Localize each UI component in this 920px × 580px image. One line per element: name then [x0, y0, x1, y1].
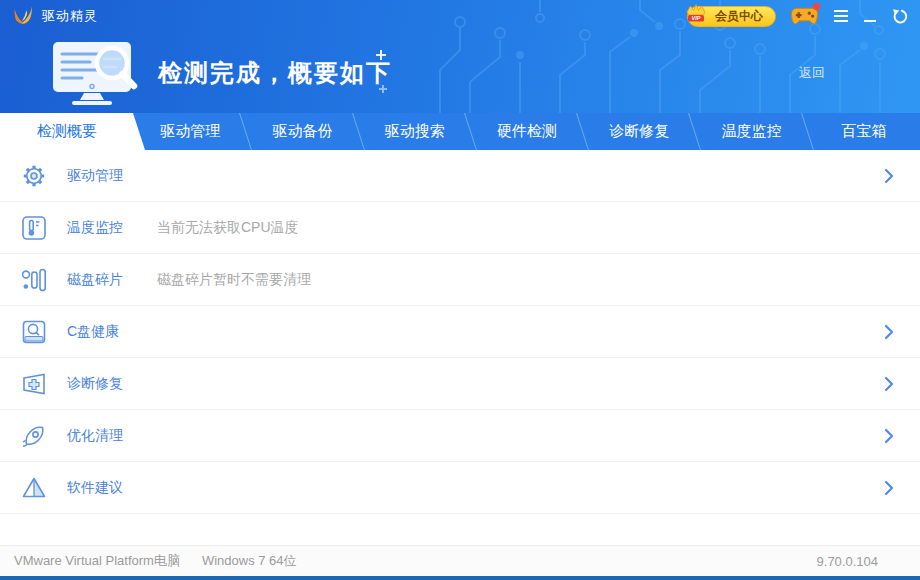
- app-window: 驱动精灵 VIP 会员中心: [0, 0, 920, 580]
- content-filler: [0, 514, 920, 545]
- app-title: 驱动精灵: [42, 7, 98, 25]
- monitor-scan-icon: [52, 41, 144, 105]
- computer-model-text: VMware Virtual Platform电脑: [14, 552, 180, 570]
- row-label: 温度监控: [67, 219, 143, 237]
- vip-member-center-button[interactable]: VIP 会员中心: [687, 6, 776, 27]
- row-diagnosis-repair[interactable]: 诊断修复: [0, 358, 920, 410]
- row-note: 磁盘碎片暂时不需要清理: [157, 271, 311, 289]
- notification-dot: [813, 3, 820, 10]
- banner-title: 检测完成，概要如下: [158, 57, 392, 89]
- app-logo-icon: [12, 5, 34, 27]
- undo-arrow-icon: [891, 8, 908, 25]
- prism-icon: [21, 475, 47, 501]
- chevron-right-icon: [884, 428, 894, 444]
- row-label: 软件建议: [67, 479, 143, 497]
- row-temperature-monitor[interactable]: 温度监控 当前无法获取CPU温度: [0, 202, 920, 254]
- row-driver-management[interactable]: 驱动管理: [0, 150, 920, 202]
- header: 驱动精灵 VIP 会员中心: [0, 0, 920, 113]
- tab-driver-backup[interactable]: 驱动备份: [246, 113, 358, 150]
- gear-icon: [21, 163, 47, 189]
- row-optimize-clean[interactable]: 优化清理: [0, 410, 920, 462]
- tab-temperature-monitor[interactable]: 温度监控: [695, 113, 807, 150]
- row-label: 诊断修复: [67, 375, 143, 393]
- row-software-suggestion[interactable]: 软件建议: [0, 462, 920, 514]
- disk-fragment-icon: [21, 267, 47, 293]
- tab-driver-search[interactable]: 驱动搜索: [359, 113, 471, 150]
- tab-driver-management[interactable]: 驱动管理: [134, 113, 246, 150]
- footer-statusbar: VMware Virtual Platform电脑 Windows 7 64位 …: [0, 545, 920, 576]
- row-note: 当前无法获取CPU温度: [157, 219, 299, 237]
- game-center-button[interactable]: [791, 6, 818, 27]
- titlebar: 驱动精灵 VIP 会员中心: [0, 0, 920, 32]
- summary-list: 驱动管理 温度监控 当前无法获取CPU温度: [0, 150, 920, 545]
- banner: 检测完成，概要如下 返回: [0, 32, 920, 113]
- row-c-drive-health[interactable]: C盘健康: [0, 306, 920, 358]
- window-bottom-border: [0, 576, 920, 580]
- os-version-text: Windows 7 64位: [202, 552, 297, 570]
- back-link[interactable]: 返回: [799, 64, 825, 82]
- tabbar: 检测概要 驱动管理 驱动备份 驱动搜索 硬件检测 诊断修复 温度监控 百宝箱: [0, 113, 920, 150]
- vip-crown-icon: VIP: [685, 3, 707, 23]
- row-label: C盘健康: [67, 323, 143, 341]
- main-menu-button[interactable]: [833, 7, 849, 25]
- disk-search-icon: [21, 319, 47, 345]
- row-label: 优化清理: [67, 427, 143, 445]
- titlebar-controls: VIP 会员中心: [687, 6, 908, 27]
- app-version-text: 9.70.0.104: [817, 554, 878, 569]
- rocket-icon: [21, 423, 47, 449]
- minimize-button[interactable]: [864, 9, 876, 23]
- chevron-right-icon: [884, 324, 894, 340]
- chevron-right-icon: [884, 480, 894, 496]
- tab-toolbox[interactable]: 百宝箱: [808, 113, 920, 150]
- back-to-old-version-button[interactable]: [891, 8, 908, 25]
- chevron-right-icon: [884, 168, 894, 184]
- row-disk-fragment[interactable]: 磁盘碎片 磁盘碎片暂时不需要清理: [0, 254, 920, 306]
- row-label: 磁盘碎片: [67, 271, 143, 289]
- tab-hardware-detection[interactable]: 硬件检测: [471, 113, 583, 150]
- vip-button-label: 会员中心: [715, 8, 763, 25]
- repair-icon: [21, 371, 47, 397]
- chevron-right-icon: [884, 376, 894, 392]
- tab-detection-summary[interactable]: 检测概要: [0, 113, 134, 150]
- thermometer-icon: [21, 215, 47, 241]
- row-label: 驱动管理: [67, 167, 143, 185]
- svg-text:VIP: VIP: [692, 15, 701, 21]
- tab-diagnosis-repair[interactable]: 诊断修复: [583, 113, 695, 150]
